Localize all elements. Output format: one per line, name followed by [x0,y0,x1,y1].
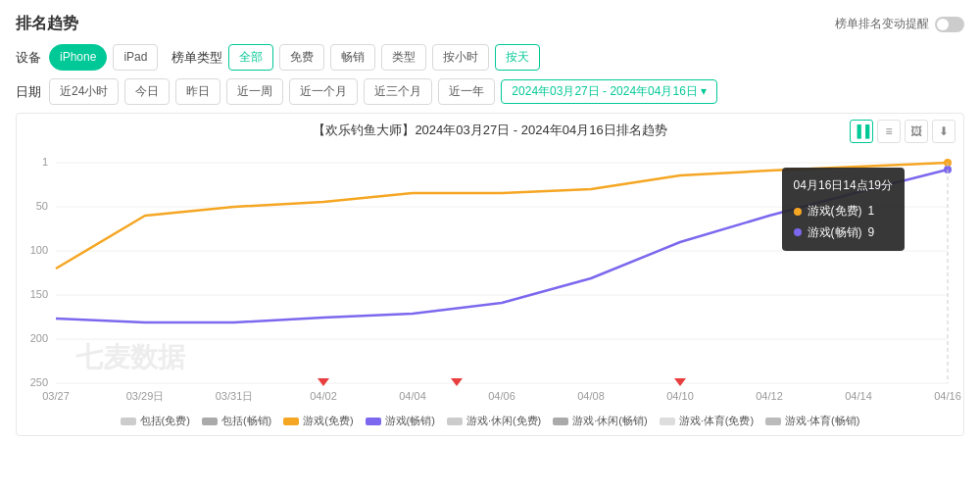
legend-label-baoguomianfei: 包括(免费) [140,414,190,428]
date-24h-btn[interactable]: 近24小时 [49,78,119,105]
svg-text:03/27: 03/27 [42,390,70,402]
svg-text:04/12: 04/12 [756,390,783,402]
svg-text:04/08: 04/08 [577,390,605,402]
legend-label-youximianfei: 游戏(免费) [303,414,353,428]
legend-label-youxixiuxianmianfei: 游戏·休闲(免费) [466,414,541,428]
legend-youxitiyuchangxiao[interactable]: 游戏·体育(畅销) [765,414,859,428]
legend-youxichangxiao[interactable]: 游戏(畅销) [366,414,435,428]
download-btn[interactable]: ⬇ [932,120,956,143]
svg-text:04/10: 04/10 [666,390,694,402]
legend-color-youximianfei [283,418,299,425]
legend-youximianfei[interactable]: 游戏(免费) [283,414,353,428]
svg-marker-23 [318,378,329,386]
date-filter-row: 日期 近24小时 今日 昨日 近一周 近一个月 近三个月 近一年 2024年03… [16,78,964,105]
date-today-btn[interactable]: 今日 [124,78,170,105]
legend-youxixiuxianchangxiao[interactable]: 游戏·休闲(畅销) [553,414,647,428]
svg-text:150: 150 [30,288,48,300]
chart-area: 【欢乐钓鱼大师】2024年03月27日 - 2024年04月16日排名趋势 ▐▐… [16,113,964,436]
svg-text:50: 50 [36,200,48,212]
svg-text:03/31日: 03/31日 [216,390,254,402]
svg-text:04/06: 04/06 [488,390,515,402]
legend-baoguochangxiao[interactable]: 包括(畅销) [202,414,271,428]
image-btn[interactable]: 🖼 [905,120,928,143]
legend-youxitiyumianfei[interactable]: 游戏·体育(免费) [660,414,754,428]
svg-text:03/29日: 03/29日 [126,390,165,402]
date-label: 日期 [16,83,43,101]
chart-type-label: 榜单类型 [172,49,222,67]
date-yesterday-btn[interactable]: 昨日 [175,78,220,105]
svg-text:200: 200 [30,332,48,344]
chart-legend: 包括(免费) 包括(畅销) 游戏(免费) 游戏(畅销) 游戏·休闲(免费) 游戏… [17,408,963,432]
svg-marker-25 [674,378,686,386]
legend-baoguomianfei[interactable]: 包括(免费) [121,414,190,428]
time-mode-hour-btn[interactable]: 按小时 [432,44,489,71]
date-range-picker[interactable]: 2024年03月27日 - 2024年04月16日 ▾ [501,79,717,104]
chart-type-free-btn[interactable]: 免费 [279,44,324,71]
legend-color-youxichangxiao [366,418,381,425]
legend-label-youxitiyumianfei: 游戏·体育(免费) [679,414,754,428]
svg-text:04/04: 04/04 [399,390,426,402]
svg-text:1: 1 [42,156,48,168]
svg-text:250: 250 [30,376,48,388]
legend-color-youxitiyumianfei [660,418,675,425]
alert-toggle[interactable] [935,17,964,32]
chart-type-all-btn[interactable]: 全部 [228,44,273,71]
legend-youxixiuxianmianfei[interactable]: 游戏·休闲(免费) [447,414,541,428]
chart-toolbar: ▐▐ ≡ 🖼 ⬇ [850,120,956,143]
svg-text:100: 100 [30,244,48,256]
device-filter-row: 设备 iPhone iPad 榜单类型 全部 免费 畅销 类型 按小时 按天 [16,44,964,71]
legend-label-youxichangxiao: 游戏(畅销) [385,414,435,428]
date-month-btn[interactable]: 近一个月 [289,78,358,105]
bar-chart-btn[interactable]: ▐▐ [850,120,873,143]
time-mode-day-btn[interactable]: 按天 [495,44,540,71]
legend-color-youxixiuxianchangxiao [553,418,568,425]
list-btn[interactable]: ≡ [877,120,901,143]
chart-title: 【欢乐钓鱼大师】2024年03月27日 - 2024年04月16日排名趋势 [17,114,963,143]
svg-marker-24 [451,378,463,386]
chart-type-category-btn[interactable]: 类型 [381,44,426,71]
date-week-btn[interactable]: 近一周 [226,78,283,105]
date-year-btn[interactable]: 近一年 [438,78,495,105]
legend-label-youxixiuxianchangxiao: 游戏·休闲(畅销) [572,414,647,428]
page-title: 排名趋势 [16,14,78,34]
svg-text:04/14: 04/14 [845,390,872,402]
device-label: 设备 [16,49,43,67]
device-iphone-btn[interactable]: iPhone [49,44,107,71]
svg-text:04/16: 04/16 [934,390,961,402]
legend-label-baoguochangxiao: 包括(畅销) [221,414,271,428]
svg-text:04/02: 04/02 [310,390,337,402]
legend-label-youxitiyuchangxiao: 游戏·体育(畅销) [785,414,859,428]
device-ipad-btn[interactable]: iPad [113,44,158,71]
legend-color-baoguomianfei [121,418,136,425]
toggle-label: 榜单排名变动提醒 [835,16,929,32]
legend-color-youxixiuxianmianfei [447,418,463,425]
legend-color-baoguochangxiao [202,418,218,425]
date-3month-btn[interactable]: 近三个月 [364,78,432,105]
toggle-row: 榜单排名变动提醒 [835,16,964,32]
chart-type-paid-btn[interactable]: 畅销 [330,44,375,71]
legend-color-youxitiyuchangxiao [765,418,781,425]
